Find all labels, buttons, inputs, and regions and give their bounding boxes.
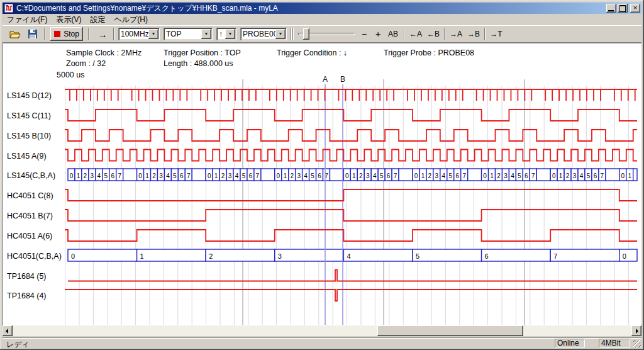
window-title: C:¥Documents and Settings¥noname¥デスクトップ¥… [16, 3, 605, 14]
title-bar[interactable]: C:¥Documents and Settings¥noname¥デスクトップ¥… [3, 3, 641, 14]
chevron-down-icon[interactable]: ▼ [225, 29, 235, 39]
zoom-in-button[interactable]: + [372, 27, 384, 41]
run-arrow-icon: → [98, 29, 108, 40]
sample-clock-text: Sample Clock : 2MHz [66, 48, 142, 57]
zoom-slider-thumb[interactable] [303, 28, 309, 40]
length-text: Length : 488.000 us [164, 59, 233, 68]
channel-label: HC4051 B(7) [7, 211, 53, 221]
toolbar: Stop → 100MHz ▼ TOP ▼ ↑ ▼ PROBE00 ▼ − + … [3, 25, 641, 43]
scroll-left-icon [6, 329, 8, 334]
trigger-edge-value: ↑ [219, 30, 223, 38]
chevron-down-icon[interactable]: ▼ [275, 29, 286, 39]
left-b-label: ←B [427, 30, 440, 38]
goto-trigger-button[interactable]: →T [488, 27, 504, 41]
toolbar-separator [292, 28, 294, 40]
toolbar-separator [113, 28, 114, 40]
open-button[interactable] [8, 27, 23, 41]
move-right-to-a-button[interactable]: →A [448, 27, 464, 41]
toolbar-separator [484, 28, 486, 40]
menu-help[interactable]: ヘルプ(H) [109, 14, 152, 26]
channel-label: LS145(C,B,A) [7, 171, 55, 181]
ab-button[interactable]: AB [385, 27, 401, 41]
scroll-right-icon [636, 329, 638, 334]
clock-value: 100MHz [121, 30, 149, 38]
clock-select[interactable]: 100MHz ▼ [118, 28, 160, 40]
trigger-position-value: TOP [166, 30, 181, 38]
move-left-to-a-button[interactable]: ←A [408, 27, 424, 41]
right-t-label: →T [490, 30, 502, 38]
cursor-label-b: B [340, 75, 345, 84]
waveform-view[interactable] [3, 43, 641, 325]
save-icon [28, 30, 37, 38]
plus-icon: + [375, 29, 380, 39]
right-a-label: →A [450, 30, 462, 38]
toolbar-separator [44, 28, 45, 40]
left-a-label: ←A [409, 30, 422, 38]
scroll-left-button[interactable] [3, 325, 13, 336]
horizontal-scrollbar[interactable] [3, 325, 641, 336]
toolbar-separator [404, 28, 405, 40]
maximize-button[interactable] [618, 4, 628, 13]
chevron-down-icon[interactable]: ▼ [148, 29, 158, 39]
menu-settings[interactable]: 設定 [86, 14, 109, 26]
menu-bar: ファイル(F) 表示(V) 設定 ヘルプ(H) [3, 14, 641, 25]
minimize-button[interactable] [606, 4, 616, 13]
zoom-out-button[interactable]: − [358, 27, 370, 41]
channel-label: TP1684 (4) [7, 291, 47, 301]
menu-file[interactable]: ファイル(F) [3, 14, 52, 26]
stop-label: Stop [64, 30, 79, 38]
time-origin-label: 5000 us [57, 71, 84, 79]
channel-label: HC4051(C,B,A) [7, 251, 62, 261]
minus-icon: − [362, 29, 367, 39]
channel-label: LS145 C(11) [7, 111, 51, 121]
scrollbar-thumb[interactable] [377, 325, 523, 336]
channel-label: LS145 D(12) [7, 91, 52, 101]
close-button[interactable]: × [630, 4, 640, 13]
ab-label: AB [388, 30, 398, 38]
right-b-label: →B [467, 30, 480, 38]
channel-label: HC4051 A(6) [7, 231, 52, 241]
trigger-position-select[interactable]: TOP ▼ [164, 28, 213, 40]
close-icon: × [633, 4, 637, 11]
zoom-text: Zoom : / 32 [66, 59, 106, 68]
stop-button[interactable]: Stop [50, 27, 83, 41]
trigger-position-text: Trigger Position : TOP [164, 48, 241, 57]
move-left-to-b-button[interactable]: ←B [425, 27, 441, 41]
chevron-down-icon[interactable]: ▼ [201, 29, 211, 39]
channel-label: HC4051 C(8) [7, 191, 53, 201]
cursor-label-a: A [323, 75, 328, 84]
trigger-condition-text: Trigger Condition : ↓ [277, 48, 347, 57]
stop-icon [54, 31, 60, 37]
open-icon [9, 30, 21, 38]
minimize-icon [608, 10, 614, 11]
app-window: C:¥Documents and Settings¥noname¥デスクトップ¥… [0, 0, 644, 350]
toolbar-separator [88, 28, 89, 40]
save-button[interactable] [25, 27, 40, 41]
resize-grip[interactable] [633, 340, 641, 347]
menu-view[interactable]: 表示(V) [52, 14, 86, 26]
move-right-to-b-button[interactable]: →B [465, 27, 482, 41]
probe-value: PROBE00 [243, 30, 277, 38]
app-icon [4, 3, 14, 13]
status-memory-badge: 4MBit [599, 339, 630, 347]
channel-label: LS145 B(10) [7, 131, 51, 141]
status-ready-text: レディ [6, 339, 30, 350]
channel-label: TP1684 (5) [7, 271, 47, 281]
probe-select[interactable]: PROBE00 ▼ [240, 28, 287, 40]
toolbar-separator [444, 28, 445, 40]
trigger-edge-select[interactable]: ↑ ▼ [216, 28, 236, 40]
channel-label: LS145 A(9) [7, 151, 47, 161]
scroll-right-button[interactable] [631, 325, 641, 336]
status-online-badge: Online [555, 339, 585, 347]
maximize-icon [619, 5, 626, 12]
trigger-probe-text: Trigger Probe : PROBE08 [384, 48, 474, 57]
status-bar: レディ Online 4MBit [3, 337, 641, 348]
toolbar-separator [291, 28, 292, 40]
run-button[interactable]: → [94, 27, 111, 41]
